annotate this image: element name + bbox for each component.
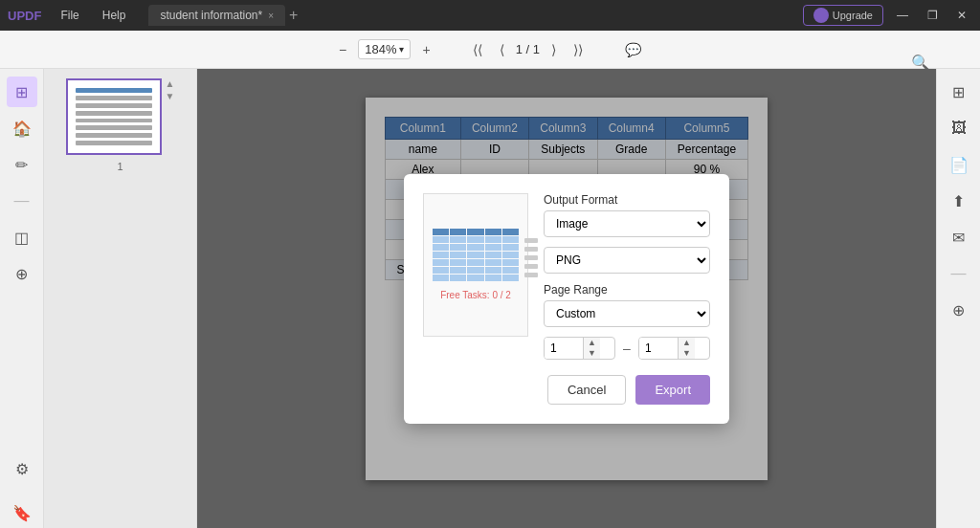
nav-prev-btn[interactable]: ⟨ bbox=[494, 38, 510, 61]
left-sidebar: ⊞ 🏠 ✏ — ◫ ⊕ ⚙ 🔖 bbox=[0, 69, 44, 528]
format-select[interactable]: Image PDF Word bbox=[544, 210, 710, 237]
output-format-label: Output Format bbox=[544, 193, 710, 207]
export-button[interactable]: Export bbox=[635, 375, 710, 405]
right-separator: — bbox=[944, 258, 974, 289]
range-from-input[interactable]: ▲ ▼ bbox=[544, 337, 615, 360]
page-indicator: 1 / 1 bbox=[516, 42, 540, 56]
tab-area: student information* × + bbox=[148, 5, 794, 26]
export-modal: Free Tasks: 0 / 2 Output Format Image PD… bbox=[404, 174, 729, 424]
range-from-field[interactable] bbox=[545, 338, 583, 359]
upgrade-button[interactable]: Upgrade bbox=[803, 5, 883, 26]
nav-last-btn[interactable]: ⟩⟩ bbox=[568, 38, 589, 61]
free-tasks-label: Free Tasks: 0 / 2 bbox=[440, 290, 511, 300]
toolbar: − 184% ▾ + ⟨⟨ ⟨ 1 / 1 ⟩ ⟩⟩ 💬 🔍 bbox=[0, 31, 980, 69]
upgrade-avatar bbox=[813, 8, 829, 23]
modal-preview-panel: Free Tasks: 0 / 2 bbox=[423, 193, 528, 337]
right-sidebar: ⊞ 🖼 📄 ⬆ ✉ — ⊕ bbox=[936, 69, 980, 528]
to-spinners: ▲ ▼ bbox=[678, 338, 695, 359]
active-tab[interactable]: student information* × bbox=[148, 5, 285, 26]
file-menu[interactable]: File bbox=[53, 7, 86, 24]
page-range-label: Page Range bbox=[544, 283, 710, 297]
close-btn[interactable]: ✕ bbox=[951, 7, 972, 24]
sidebar-pages-icon[interactable]: ⊞ bbox=[7, 77, 37, 107]
app-logo: UPDF bbox=[8, 9, 41, 23]
sidebar-edit-icon[interactable]: ✏ bbox=[7, 149, 37, 180]
preview-side-lines bbox=[524, 238, 538, 277]
from-spinners: ▲ ▼ bbox=[583, 338, 600, 359]
help-menu[interactable]: Help bbox=[95, 7, 134, 24]
range-to-field[interactable] bbox=[639, 338, 678, 359]
sidebar-separator: — bbox=[7, 186, 37, 216]
zoom-display[interactable]: 184% ▾ bbox=[358, 39, 411, 59]
zoom-in-btn[interactable]: + bbox=[416, 38, 435, 61]
content-area: Column1 Column2 Column3 Column4 Column5 … bbox=[197, 69, 936, 528]
thumbnail-preview bbox=[76, 88, 152, 145]
range-to-input[interactable]: ▲ ▼ bbox=[638, 337, 710, 360]
page-range-inputs: ▲ ▼ – ▲ ▼ bbox=[544, 337, 710, 360]
scroll-down-btn[interactable]: ▼ bbox=[166, 91, 175, 101]
titlebar: UPDF File Help student information* × + … bbox=[0, 0, 980, 31]
nav-next-btn[interactable]: ⟩ bbox=[546, 38, 562, 61]
right-image-icon[interactable]: 🖼 bbox=[944, 113, 974, 143]
zoom-level: 184% bbox=[365, 42, 396, 56]
nav-first-btn[interactable]: ⟨⟨ bbox=[467, 38, 488, 61]
sidebar-home-icon[interactable]: 🏠 bbox=[7, 113, 37, 143]
thumbnail-wrap: ▲ ▼ bbox=[66, 78, 175, 155]
upgrade-label: Upgrade bbox=[833, 10, 873, 21]
right-share-icon[interactable]: ⊕ bbox=[944, 295, 974, 325]
sidebar-shapes-icon[interactable]: ◫ bbox=[7, 222, 37, 253]
tab-close-btn[interactable]: × bbox=[268, 11, 274, 21]
type-select[interactable]: PNG JPG BMP bbox=[544, 247, 710, 274]
main-layout: ⊞ 🏠 ✏ — ◫ ⊕ ⚙ 🔖 ▲ bbox=[0, 69, 980, 528]
page-range-select[interactable]: Custom All Pages bbox=[544, 300, 710, 327]
modal-buttons: Cancel Export bbox=[544, 375, 710, 405]
right-doc-icon[interactable]: 📄 bbox=[944, 149, 974, 180]
scroll-up-btn[interactable]: ▲ bbox=[166, 78, 175, 89]
thumbnail-page-num: 1 bbox=[117, 161, 122, 172]
from-up-btn[interactable]: ▲ bbox=[584, 338, 600, 348]
sidebar-stamp-icon[interactable]: ⊕ bbox=[7, 258, 37, 289]
page-thumbnail[interactable] bbox=[66, 78, 162, 155]
cancel-button[interactable]: Cancel bbox=[547, 375, 626, 405]
zoom-dropdown-icon[interactable]: ▾ bbox=[399, 44, 404, 55]
modal-overlay: Free Tasks: 0 / 2 Output Format Image PD… bbox=[197, 69, 936, 528]
to-up-btn[interactable]: ▲ bbox=[679, 338, 695, 348]
comment-btn[interactable]: 💬 bbox=[619, 38, 647, 61]
thumbnail-scrollbar: ▲ ▼ bbox=[166, 78, 175, 101]
right-upload-icon[interactable]: ⬆ bbox=[944, 186, 974, 216]
modal-form: Output Format Image PDF Word PNG JPG BMP… bbox=[544, 193, 710, 405]
window-controls: Upgrade — ❐ ✕ bbox=[803, 5, 972, 26]
preview-table bbox=[433, 229, 519, 281]
tab-label: student information* bbox=[160, 9, 262, 22]
from-down-btn[interactable]: ▼ bbox=[584, 348, 600, 359]
range-dash: – bbox=[623, 341, 631, 356]
sidebar-settings-icon[interactable]: ⚙ bbox=[7, 453, 37, 484]
sidebar-bookmark-icon[interactable]: 🔖 bbox=[7, 497, 37, 528]
zoom-out-btn[interactable]: − bbox=[333, 38, 352, 61]
minimize-btn[interactable]: — bbox=[891, 7, 914, 24]
thumbnail-panel: ▲ ▼ 1 bbox=[44, 69, 197, 528]
add-tab-btn[interactable]: + bbox=[289, 7, 298, 24]
right-table-icon[interactable]: ⊞ bbox=[944, 77, 974, 107]
restore-btn[interactable]: ❐ bbox=[922, 7, 944, 24]
right-mail-icon[interactable]: ✉ bbox=[944, 222, 974, 253]
to-down-btn[interactable]: ▼ bbox=[679, 348, 695, 359]
